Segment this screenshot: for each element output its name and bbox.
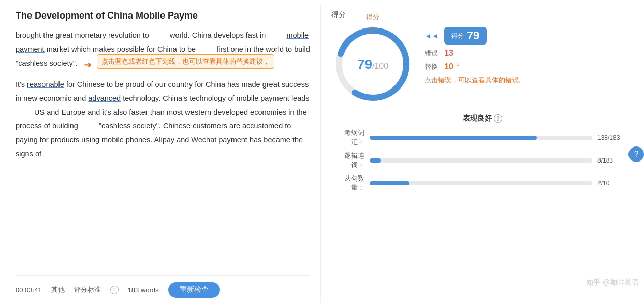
performance-section: 表现良好 ? 考纲词汇： 138/183 逻辑连词： 8/183 从句数量： 2… [331,114,634,197]
performance-rows: 考纲词汇： 138/183 逻辑连词： 8/183 从句数量： 2/10 [331,128,634,193]
perf-count-0: 138/183 [597,134,634,141]
double-arrow-icon[interactable]: ◄◄ [425,32,439,40]
perf-label-2: 从句数量： [331,174,364,193]
perf-count-1: 8/183 [597,157,634,164]
right-panel: 得分 得分 ↑ 79/100 [321,5,644,303]
blank-5 [81,133,96,133]
perf-bar-bg-0 [370,136,592,140]
error-hint-text: 点击错误，可以查看具体的错误, [425,76,520,85]
perf-label-0: 考纲词汇： [331,128,364,147]
circle-score-text: 79/100 [357,56,388,72]
word-customers[interactable]: customers [193,122,227,130]
replace-label: 替换 [425,62,438,71]
blank-4 [17,119,31,119]
perf-count-2: 2/10 [597,180,634,187]
help-circle-button[interactable]: ? [628,146,644,162]
word-reasonable[interactable]: reasonable [27,80,64,89]
perf-label-1: 逻辑连词： [331,151,364,170]
tooltip-arrow: ➜ [84,56,92,74]
circle-label: 得分 [366,12,379,22]
error-label: 错误 [425,49,438,58]
perf-row-0: 考纲词汇： 138/183 [331,128,634,147]
recheck-button[interactable]: 重新检查 [168,282,220,298]
word-became[interactable]: became [264,136,290,144]
bottom-bar: 00:03:41 其他 评分标准 ? 183 words 重新检查 [16,275,310,298]
replace-value: 10 [441,62,453,71]
left-panel: The Development of China Mobile Payme br… [0,5,321,303]
error-value: 13 [441,49,453,58]
error-hint-arrow: ↓ [456,59,460,68]
perf-bar-bg-1 [370,158,592,163]
perf-row-1: 逻辑连词： 8/183 [331,151,634,170]
blank-2 [269,42,283,42]
blank-1 [152,42,167,42]
circle-arrow-icon: ↑ [370,23,375,35]
watermark: 知乎 @咖啡英语 [586,278,639,287]
perf-bar-fill-2 [370,181,409,185]
perf-row-2: 从句数量： 2/10 [331,174,634,193]
score-circle: 得分 ↑ 79/100 [331,23,414,106]
score-top-row: ◄◄ 得分 79 [425,27,520,45]
score-total: /100 [372,62,388,70]
score-card-value: 79 [467,29,479,42]
article-title: The Development of China Mobile Payme [16,10,310,21]
performance-title: 表现良好 ? [331,114,634,123]
performance-title-text: 表现良好 [463,114,492,123]
score-card-label: 得分 [451,32,464,40]
perf-bar-fill-1 [370,158,381,163]
tooltip-text: 点击蓝色或者红色下划线，也可以查看具体的替换建议， [97,54,274,69]
perf-bar-fill-0 [370,136,537,140]
category-label: 其他 [51,285,65,295]
standard-label[interactable]: 评分标准 [74,285,101,295]
replace-row: 替换 10 [425,62,520,71]
score-area: 得分 ↑ 79/100 ◄◄ [331,23,634,106]
score-right-section: ◄◄ 得分 79 错误 13 替换 10 ↓ [425,27,520,85]
perf-bar-bg-2 [370,181,592,185]
word-mobile-payment[interactable]: mobile payment [16,31,309,53]
score-number: 79 [357,56,372,72]
help-icon-standard[interactable]: ? [110,286,119,294]
performance-help-icon[interactable]: ? [494,114,502,123]
article-body: brought the great monetary revolution to… [16,28,310,270]
time-display: 00:03:41 [16,286,42,294]
error-row: 错误 13 [425,49,520,58]
word-count: 183 words [128,286,159,294]
main-score-card: 得分 79 [444,27,487,45]
word-advanced[interactable]: advanced [88,94,121,102]
